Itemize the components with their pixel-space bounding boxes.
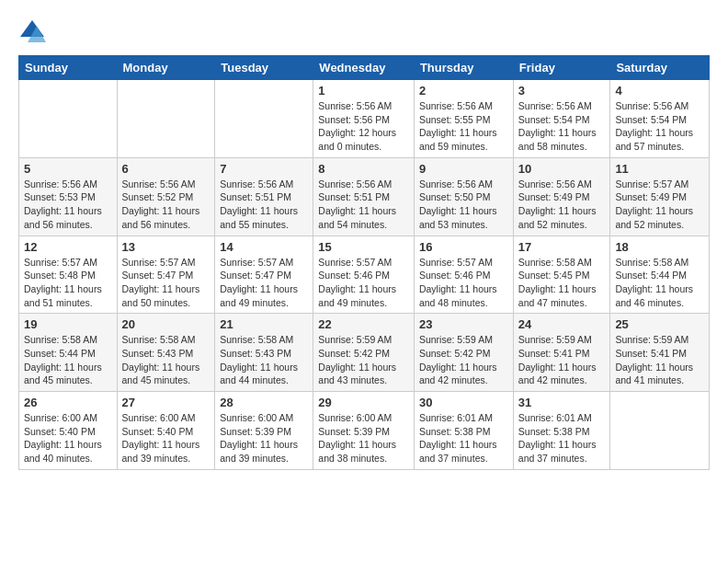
day-info: Sunrise: 5:56 AM Sunset: 5:56 PM Dayligh… xyxy=(318,99,409,154)
calendar-body: 1Sunrise: 5:56 AM Sunset: 5:56 PM Daylig… xyxy=(19,80,710,470)
calendar-cell: 19Sunrise: 5:58 AM Sunset: 5:44 PM Dayli… xyxy=(19,314,118,392)
calendar-cell: 21Sunrise: 5:58 AM Sunset: 5:43 PM Dayli… xyxy=(215,314,313,392)
day-number: 21 xyxy=(220,317,308,331)
calendar-table: SundayMondayTuesdayWednesdayThursdayFrid… xyxy=(18,55,710,470)
day-number: 12 xyxy=(24,240,112,254)
calendar-week-row: 5Sunrise: 5:56 AM Sunset: 5:53 PM Daylig… xyxy=(19,157,710,236)
calendar-cell xyxy=(610,392,710,470)
day-number: 30 xyxy=(419,396,508,409)
day-info: Sunrise: 6:01 AM Sunset: 5:38 PM Dayligh… xyxy=(419,411,508,465)
calendar-cell: 8Sunrise: 5:56 AM Sunset: 5:51 PM Daylig… xyxy=(313,157,415,236)
day-info: Sunrise: 5:58 AM Sunset: 5:45 PM Dayligh… xyxy=(518,256,606,310)
calendar-cell: 22Sunrise: 5:59 AM Sunset: 5:42 PM Dayli… xyxy=(313,314,415,392)
day-info: Sunrise: 6:01 AM Sunset: 5:38 PM Dayligh… xyxy=(518,411,606,465)
day-number: 6 xyxy=(122,162,210,176)
calendar-cell: 20Sunrise: 5:58 AM Sunset: 5:43 PM Dayli… xyxy=(117,314,215,392)
day-info: Sunrise: 5:59 AM Sunset: 5:42 PM Dayligh… xyxy=(318,333,409,387)
calendar-week-row: 12Sunrise: 5:57 AM Sunset: 5:48 PM Dayli… xyxy=(19,236,710,314)
day-number: 16 xyxy=(419,240,508,254)
calendar-cell: 6Sunrise: 5:56 AM Sunset: 5:52 PM Daylig… xyxy=(117,157,215,236)
day-info: Sunrise: 5:56 AM Sunset: 5:51 PM Dayligh… xyxy=(220,178,308,232)
day-info: Sunrise: 6:00 AM Sunset: 5:40 PM Dayligh… xyxy=(24,411,112,465)
calendar-cell: 9Sunrise: 5:56 AM Sunset: 5:50 PM Daylig… xyxy=(414,157,513,236)
day-info: Sunrise: 5:57 AM Sunset: 5:47 PM Dayligh… xyxy=(122,256,210,310)
calendar-week-row: 1Sunrise: 5:56 AM Sunset: 5:56 PM Daylig… xyxy=(19,80,710,158)
day-info: Sunrise: 5:56 AM Sunset: 5:53 PM Dayligh… xyxy=(24,178,112,232)
day-info: Sunrise: 5:57 AM Sunset: 5:48 PM Dayligh… xyxy=(24,256,112,310)
logo xyxy=(18,18,50,46)
day-number: 28 xyxy=(220,396,308,409)
calendar-cell: 31Sunrise: 6:01 AM Sunset: 5:38 PM Dayli… xyxy=(513,392,610,470)
day-header-friday: Friday xyxy=(513,56,610,80)
day-info: Sunrise: 5:59 AM Sunset: 5:41 PM Dayligh… xyxy=(615,333,704,387)
day-header-sunday: Sunday xyxy=(19,56,118,80)
calendar-cell: 18Sunrise: 5:58 AM Sunset: 5:44 PM Dayli… xyxy=(610,236,710,314)
calendar-week-row: 26Sunrise: 6:00 AM Sunset: 5:40 PM Dayli… xyxy=(19,392,710,470)
day-number: 26 xyxy=(24,396,112,409)
calendar-cell: 26Sunrise: 6:00 AM Sunset: 5:40 PM Dayli… xyxy=(19,392,118,470)
calendar-cell: 29Sunrise: 6:00 AM Sunset: 5:39 PM Dayli… xyxy=(313,392,415,470)
day-info: Sunrise: 5:58 AM Sunset: 5:43 PM Dayligh… xyxy=(122,333,210,387)
calendar-cell: 4Sunrise: 5:56 AM Sunset: 5:54 PM Daylig… xyxy=(610,80,710,158)
day-number: 25 xyxy=(615,317,704,331)
day-number: 3 xyxy=(518,84,606,98)
day-header-tuesday: Tuesday xyxy=(215,56,313,80)
day-info: Sunrise: 5:58 AM Sunset: 5:43 PM Dayligh… xyxy=(220,333,308,387)
calendar-cell: 17Sunrise: 5:58 AM Sunset: 5:45 PM Dayli… xyxy=(513,236,610,314)
day-number: 13 xyxy=(122,240,210,254)
calendar-cell: 14Sunrise: 5:57 AM Sunset: 5:47 PM Dayli… xyxy=(215,236,313,314)
day-header-saturday: Saturday xyxy=(610,56,710,80)
day-number: 10 xyxy=(518,162,606,176)
day-number: 15 xyxy=(318,240,409,254)
day-info: Sunrise: 6:00 AM Sunset: 5:40 PM Dayligh… xyxy=(122,411,210,465)
day-number: 7 xyxy=(220,162,308,176)
day-info: Sunrise: 5:58 AM Sunset: 5:44 PM Dayligh… xyxy=(24,333,112,387)
day-info: Sunrise: 6:00 AM Sunset: 5:39 PM Dayligh… xyxy=(220,411,308,465)
day-number: 8 xyxy=(318,162,409,176)
day-number: 22 xyxy=(318,317,409,331)
calendar-cell: 7Sunrise: 5:56 AM Sunset: 5:51 PM Daylig… xyxy=(215,157,313,236)
day-info: Sunrise: 5:56 AM Sunset: 5:49 PM Dayligh… xyxy=(518,178,606,232)
day-number: 4 xyxy=(615,84,704,98)
calendar-header-row: SundayMondayTuesdayWednesdayThursdayFrid… xyxy=(19,56,710,80)
logo-icon xyxy=(18,18,46,46)
day-number: 23 xyxy=(419,317,508,331)
day-info: Sunrise: 5:59 AM Sunset: 5:41 PM Dayligh… xyxy=(518,333,606,387)
calendar-cell: 13Sunrise: 5:57 AM Sunset: 5:47 PM Dayli… xyxy=(117,236,215,314)
day-info: Sunrise: 5:56 AM Sunset: 5:54 PM Dayligh… xyxy=(615,99,704,154)
calendar-cell: 1Sunrise: 5:56 AM Sunset: 5:56 PM Daylig… xyxy=(313,80,415,158)
day-info: Sunrise: 5:57 AM Sunset: 5:49 PM Dayligh… xyxy=(615,178,704,232)
day-info: Sunrise: 5:57 AM Sunset: 5:46 PM Dayligh… xyxy=(318,256,409,310)
day-number: 19 xyxy=(24,317,112,331)
day-number: 18 xyxy=(615,240,704,254)
day-info: Sunrise: 5:57 AM Sunset: 5:47 PM Dayligh… xyxy=(220,256,308,310)
day-number: 5 xyxy=(24,162,112,176)
day-info: Sunrise: 5:56 AM Sunset: 5:55 PM Dayligh… xyxy=(419,99,508,154)
day-info: Sunrise: 5:56 AM Sunset: 5:50 PM Dayligh… xyxy=(419,178,508,232)
day-info: Sunrise: 5:56 AM Sunset: 5:51 PM Dayligh… xyxy=(318,178,409,232)
day-header-thursday: Thursday xyxy=(414,56,513,80)
day-info: Sunrise: 6:00 AM Sunset: 5:39 PM Dayligh… xyxy=(318,411,409,465)
calendar-cell: 11Sunrise: 5:57 AM Sunset: 5:49 PM Dayli… xyxy=(610,157,710,236)
day-info: Sunrise: 5:59 AM Sunset: 5:42 PM Dayligh… xyxy=(419,333,508,387)
calendar-cell xyxy=(19,80,118,158)
day-number: 31 xyxy=(518,396,606,409)
calendar-cell xyxy=(215,80,313,158)
calendar-cell: 28Sunrise: 6:00 AM Sunset: 5:39 PM Dayli… xyxy=(215,392,313,470)
calendar-cell: 27Sunrise: 6:00 AM Sunset: 5:40 PM Dayli… xyxy=(117,392,215,470)
calendar-cell: 23Sunrise: 5:59 AM Sunset: 5:42 PM Dayli… xyxy=(414,314,513,392)
calendar-cell: 30Sunrise: 6:01 AM Sunset: 5:38 PM Dayli… xyxy=(414,392,513,470)
day-number: 1 xyxy=(318,84,409,98)
day-info: Sunrise: 5:58 AM Sunset: 5:44 PM Dayligh… xyxy=(615,256,704,310)
calendar-cell: 3Sunrise: 5:56 AM Sunset: 5:54 PM Daylig… xyxy=(513,80,610,158)
day-info: Sunrise: 5:56 AM Sunset: 5:54 PM Dayligh… xyxy=(518,99,606,154)
day-info: Sunrise: 5:57 AM Sunset: 5:46 PM Dayligh… xyxy=(419,256,508,310)
day-number: 27 xyxy=(122,396,210,409)
calendar-cell: 15Sunrise: 5:57 AM Sunset: 5:46 PM Dayli… xyxy=(313,236,415,314)
day-number: 9 xyxy=(419,162,508,176)
calendar-cell: 25Sunrise: 5:59 AM Sunset: 5:41 PM Dayli… xyxy=(610,314,710,392)
calendar-cell: 24Sunrise: 5:59 AM Sunset: 5:41 PM Dayli… xyxy=(513,314,610,392)
day-number: 29 xyxy=(318,396,409,409)
day-number: 14 xyxy=(220,240,308,254)
calendar-cell: 16Sunrise: 5:57 AM Sunset: 5:46 PM Dayli… xyxy=(414,236,513,314)
